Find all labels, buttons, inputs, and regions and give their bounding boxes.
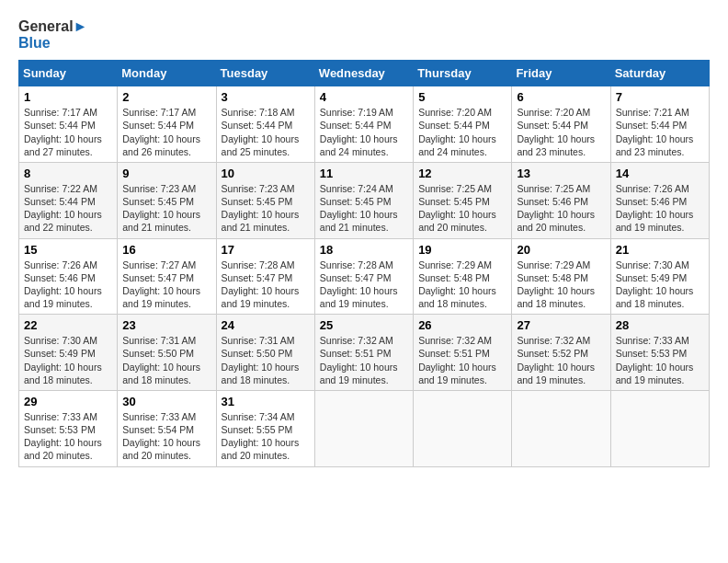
col-header-monday: Monday [118,61,216,86]
cell-content: Sunrise: 7:33 AMSunset: 5:54 PMDaylight:… [122,411,200,462]
calendar-cell: 7 Sunrise: 7:21 AMSunset: 5:44 PMDayligh… [610,86,709,163]
cell-content: Sunrise: 7:18 AMSunset: 5:44 PMDaylight:… [222,107,300,157]
calendar-week-4: 22 Sunrise: 7:30 AMSunset: 5:49 PMDaylig… [19,315,710,391]
cell-content: Sunrise: 7:34 AMSunset: 5:55 PMDaylight:… [222,411,300,462]
day-number: 30 [122,395,210,408]
calendar-cell: 2 Sunrise: 7:17 AMSunset: 5:44 PMDayligh… [118,86,216,163]
day-number: 26 [418,318,506,332]
calendar-cell: 13 Sunrise: 7:25 AMSunset: 5:46 PMDaylig… [512,162,610,238]
calendar-cell: 24 Sunrise: 7:31 AMSunset: 5:50 PMDaylig… [216,315,314,391]
cell-content: Sunrise: 7:21 AMSunset: 5:44 PMDaylight:… [616,107,694,157]
day-number: 28 [616,318,704,332]
cell-content: Sunrise: 7:33 AMSunset: 5:53 PMDaylight:… [24,411,102,462]
day-number: 12 [418,167,506,180]
calendar-cell [512,390,610,466]
day-number: 4 [320,90,408,104]
col-header-wednesday: Wednesday [314,61,413,86]
col-header-sunday: Sunday [19,61,118,86]
calendar-cell: 25 Sunrise: 7:32 AMSunset: 5:51 PMDaylig… [314,315,413,391]
day-number: 13 [517,167,605,180]
day-number: 24 [222,318,310,332]
calendar-week-5: 29 Sunrise: 7:33 AMSunset: 5:53 PMDaylig… [19,390,710,466]
calendar-cell: 29 Sunrise: 7:33 AMSunset: 5:53 PMDaylig… [19,390,118,466]
col-header-saturday: Saturday [610,61,709,86]
calendar-cell: 12 Sunrise: 7:25 AMSunset: 5:45 PMDaylig… [414,162,512,238]
col-header-tuesday: Tuesday [216,61,314,86]
logo-text: General► Blue [18,18,87,51]
cell-content: Sunrise: 7:31 AMSunset: 5:50 PMDaylight:… [222,335,300,385]
cell-content: Sunrise: 7:32 AMSunset: 5:51 PMDaylight:… [418,335,496,385]
cell-content: Sunrise: 7:22 AMSunset: 5:44 PMDaylight:… [24,183,102,234]
cell-content: Sunrise: 7:25 AMSunset: 5:45 PMDaylight:… [418,183,496,234]
day-number: 19 [418,243,506,257]
day-number: 11 [320,167,408,180]
day-number: 16 [122,243,210,257]
cell-content: Sunrise: 7:30 AMSunset: 5:49 PMDaylight:… [616,259,694,310]
calendar-week-1: 1 Sunrise: 7:17 AMSunset: 5:44 PMDayligh… [19,86,710,163]
day-number: 14 [616,167,704,180]
calendar-cell: 10 Sunrise: 7:23 AMSunset: 5:45 PMDaylig… [216,162,314,238]
calendar-cell: 16 Sunrise: 7:27 AMSunset: 5:47 PMDaylig… [118,238,216,315]
day-number: 7 [616,90,704,104]
header: General► Blue [18,18,710,51]
calendar-cell: 5 Sunrise: 7:20 AMSunset: 5:44 PMDayligh… [414,86,512,163]
cell-content: Sunrise: 7:32 AMSunset: 5:52 PMDaylight:… [517,335,595,385]
day-number: 23 [122,318,210,332]
calendar-cell: 14 Sunrise: 7:26 AMSunset: 5:46 PMDaylig… [610,162,709,238]
header-row: SundayMondayTuesdayWednesdayThursdayFrid… [19,61,710,86]
calendar-cell: 15 Sunrise: 7:26 AMSunset: 5:46 PMDaylig… [19,238,118,315]
cell-content: Sunrise: 7:26 AMSunset: 5:46 PMDaylight:… [616,183,694,234]
cell-content: Sunrise: 7:26 AMSunset: 5:46 PMDaylight:… [24,259,102,310]
calendar-cell: 4 Sunrise: 7:19 AMSunset: 5:44 PMDayligh… [314,86,413,163]
day-number: 15 [24,243,112,257]
day-number: 22 [24,318,112,332]
calendar-cell: 19 Sunrise: 7:29 AMSunset: 5:48 PMDaylig… [414,238,512,315]
calendar-cell: 21 Sunrise: 7:30 AMSunset: 5:49 PMDaylig… [610,238,709,315]
cell-content: Sunrise: 7:17 AMSunset: 5:44 PMDaylight:… [122,107,200,157]
cell-content: Sunrise: 7:23 AMSunset: 5:45 PMDaylight:… [222,183,300,234]
day-number: 2 [122,90,210,104]
calendar-cell: 28 Sunrise: 7:33 AMSunset: 5:53 PMDaylig… [610,315,709,391]
day-number: 18 [320,243,408,257]
cell-content: Sunrise: 7:31 AMSunset: 5:50 PMDaylight:… [122,335,200,385]
calendar-week-3: 15 Sunrise: 7:26 AMSunset: 5:46 PMDaylig… [19,238,710,315]
cell-content: Sunrise: 7:29 AMSunset: 5:48 PMDaylight:… [418,259,496,310]
cell-content: Sunrise: 7:17 AMSunset: 5:44 PMDaylight:… [24,107,102,157]
day-number: 21 [616,243,704,257]
calendar-cell: 31 Sunrise: 7:34 AMSunset: 5:55 PMDaylig… [216,390,314,466]
day-number: 29 [24,395,112,408]
day-number: 31 [222,395,310,408]
calendar-cell: 17 Sunrise: 7:28 AMSunset: 5:47 PMDaylig… [216,238,314,315]
calendar-cell: 20 Sunrise: 7:29 AMSunset: 5:48 PMDaylig… [512,238,610,315]
calendar-cell: 9 Sunrise: 7:23 AMSunset: 5:45 PMDayligh… [118,162,216,238]
cell-content: Sunrise: 7:23 AMSunset: 5:45 PMDaylight:… [122,183,200,234]
calendar-cell: 6 Sunrise: 7:20 AMSunset: 5:44 PMDayligh… [512,86,610,163]
day-number: 6 [517,90,605,104]
calendar-cell: 18 Sunrise: 7:28 AMSunset: 5:47 PMDaylig… [314,238,413,315]
calendar-cell: 27 Sunrise: 7:32 AMSunset: 5:52 PMDaylig… [512,315,610,391]
calendar-cell: 26 Sunrise: 7:32 AMSunset: 5:51 PMDaylig… [414,315,512,391]
col-header-thursday: Thursday [414,61,512,86]
calendar-table: SundayMondayTuesdayWednesdayThursdayFrid… [18,60,710,466]
calendar-cell [610,390,709,466]
cell-content: Sunrise: 7:33 AMSunset: 5:53 PMDaylight:… [616,335,694,385]
logo: General► Blue [18,18,87,51]
cell-content: Sunrise: 7:20 AMSunset: 5:44 PMDaylight:… [418,107,496,157]
day-number: 17 [222,243,310,257]
cell-content: Sunrise: 7:25 AMSunset: 5:46 PMDaylight:… [517,183,595,234]
day-number: 8 [24,167,112,180]
cell-content: Sunrise: 7:28 AMSunset: 5:47 PMDaylight:… [222,259,300,310]
cell-content: Sunrise: 7:20 AMSunset: 5:44 PMDaylight:… [517,107,595,157]
calendar-cell: 30 Sunrise: 7:33 AMSunset: 5:54 PMDaylig… [118,390,216,466]
day-number: 9 [122,167,210,180]
calendar-cell: 11 Sunrise: 7:24 AMSunset: 5:45 PMDaylig… [314,162,413,238]
calendar-cell [414,390,512,466]
cell-content: Sunrise: 7:19 AMSunset: 5:44 PMDaylight:… [320,107,398,157]
calendar-cell: 1 Sunrise: 7:17 AMSunset: 5:44 PMDayligh… [19,86,118,163]
calendar-week-2: 8 Sunrise: 7:22 AMSunset: 5:44 PMDayligh… [19,162,710,238]
cell-content: Sunrise: 7:30 AMSunset: 5:49 PMDaylight:… [24,335,102,385]
day-number: 25 [320,318,408,332]
cell-content: Sunrise: 7:28 AMSunset: 5:47 PMDaylight:… [320,259,398,310]
day-number: 1 [24,90,112,104]
calendar-cell: 22 Sunrise: 7:30 AMSunset: 5:49 PMDaylig… [19,315,118,391]
